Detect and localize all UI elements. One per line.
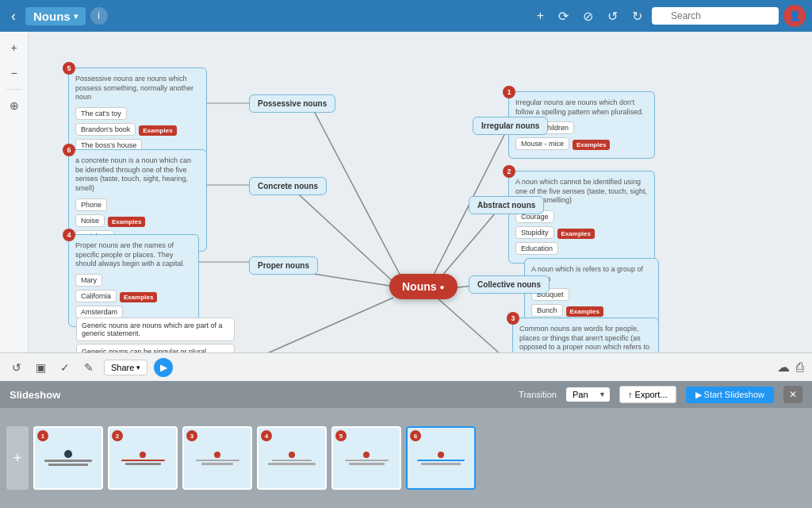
pen-button[interactable]: ✎ (80, 359, 98, 376)
proper-item-3: Amsterdam (75, 306, 123, 318)
svg-line-5 (437, 202, 504, 282)
proper-examples[interactable]: Examples (120, 292, 157, 302)
close-slideshow-button[interactable]: ✕ (783, 386, 802, 403)
concrete-examples[interactable]: Examples (108, 217, 145, 227)
concrete-item-2: Noise (75, 214, 105, 227)
slide-thumb-3[interactable]: 3 (182, 426, 252, 490)
undo-button[interactable]: ↺ (603, 6, 622, 27)
possessive-examples[interactable]: Examples (139, 125, 176, 136)
proper-item-2: California (75, 290, 117, 302)
slideshow-panel: Slideshow Transition Pan Fade None ▼ ↑ E… (0, 381, 812, 508)
collective-item-2: Bunch (531, 304, 563, 317)
sidebar-separator (6, 89, 22, 90)
abstract-examples[interactable]: Examples (557, 229, 595, 239)
concrete-branch[interactable]: Concrete nouns (249, 177, 327, 195)
group-button[interactable]: ⟳ (553, 6, 573, 27)
possessive-item-1: The cat's toy (75, 107, 127, 120)
abstract-branch[interactable]: Abstract nouns (469, 196, 544, 214)
concrete-desc: a concrete noun is a noun which can be i… (75, 156, 200, 194)
center-node[interactable]: Nouns ● (389, 274, 458, 299)
transition-select[interactable]: Pan Fade None (566, 387, 610, 402)
slide-thumb-1[interactable]: 1 (33, 426, 103, 490)
proper-item-1: Mary (75, 274, 102, 287)
cloud-button[interactable]: ☁ (777, 360, 790, 375)
slide-thumb-5[interactable]: 5 (331, 426, 401, 490)
abstract-num: 2 (503, 165, 515, 178)
transition-label: Transition (519, 390, 557, 399)
proper-branch[interactable]: Proper nouns (249, 256, 318, 275)
possessive-card: 5 Possessive nouns are nouns which posse… (68, 67, 207, 160)
possessive-item-2: Brandon's book (75, 123, 136, 136)
share-button[interactable]: Share ▾ (104, 360, 147, 375)
proper-num: 4 (63, 229, 75, 241)
svg-line-0 (314, 111, 404, 282)
slideshow-header: Slideshow Transition Pan Fade None ▼ ↑ E… (0, 381, 812, 408)
slideshow-content: + 1 2 3 4 (0, 408, 812, 508)
proper-desc: Proper nouns are the names of specific p… (75, 241, 192, 269)
possessive-desc: Possessive nouns are nouns which possess… (75, 75, 200, 102)
concrete-num: 6 (63, 144, 75, 156)
possessive-branch[interactable]: Possessive nouns (249, 94, 335, 113)
bottom-right-tools: ☁ ⎙ (777, 360, 804, 375)
screen-button[interactable]: ▣ (32, 359, 50, 376)
start-slideshow-button[interactable]: ▶ Start Slideshow (686, 387, 774, 403)
export-button[interactable]: ↑ Export... (619, 386, 676, 403)
proper-card: 4 Proper nouns are the names of specific… (68, 234, 199, 327)
generic-desc-1: Generic nouns are nouns which are part o… (76, 318, 235, 341)
irregular-examples[interactable]: Examples (573, 140, 610, 150)
target-button[interactable]: ⊕ (6, 96, 22, 115)
svg-line-3 (259, 298, 393, 357)
svg-line-7 (437, 298, 508, 361)
transition-select-wrapper: Pan Fade None ▼ (566, 387, 610, 402)
concrete-item-1: Phone (75, 198, 107, 211)
abstract-card: 2 A noun which cannot be identified usin… (508, 171, 655, 264)
collective-branch[interactable]: Collective nouns (469, 275, 550, 294)
slide-thumb-2[interactable]: 2 (108, 426, 178, 490)
search-wrapper: 🔍 (652, 7, 779, 25)
common-num: 3 (507, 312, 519, 325)
irregular-branch[interactable]: Irregular nouns (473, 117, 548, 135)
info-button[interactable]: i (90, 7, 108, 25)
zoom-in-button[interactable]: + (7, 38, 20, 57)
irregular-item-2: Mouse - mice (515, 137, 569, 150)
back-button[interactable]: ‹ (6, 5, 21, 28)
history-button[interactable]: ↺ (8, 359, 25, 376)
slideshow-title: Slideshow (10, 389, 509, 401)
zoom-out-button[interactable]: − (7, 64, 20, 83)
collective-examples[interactable]: Examples (566, 306, 603, 317)
abstract-item-3: Education (515, 242, 558, 255)
avatar[interactable]: 👤 (783, 5, 806, 27)
slide-thumb-4[interactable]: 4 (257, 426, 327, 490)
redo-button[interactable]: ↻ (627, 6, 647, 27)
irregular-desc: Irregular nouns are nouns which don't fo… (515, 98, 648, 117)
possessive-num: 5 (63, 62, 75, 75)
block-button[interactable]: ⊘ (578, 6, 598, 27)
bottom-bar: ↺ ▣ ✓ ✎ Share ▾ ▶ ☁ ⎙ (0, 352, 812, 381)
slide-thumb-6[interactable]: 6 (406, 426, 476, 490)
search-input[interactable] (652, 7, 779, 25)
document-title[interactable]: Nouns ▾ (25, 7, 86, 25)
print-button[interactable]: ⎙ (796, 360, 804, 375)
add-button[interactable]: + (532, 6, 549, 26)
add-slide-button[interactable]: + (6, 426, 29, 490)
play-button[interactable]: ▶ (154, 358, 173, 377)
abstract-item-2: Stupidity (515, 226, 554, 239)
check-button[interactable]: ✓ (56, 359, 74, 376)
irregular-num: 1 (503, 86, 515, 98)
top-toolbar: ‹ Nouns ▾ i + ⟳ ⊘ ↺ ↻ 🔍 👤 (0, 0, 812, 32)
